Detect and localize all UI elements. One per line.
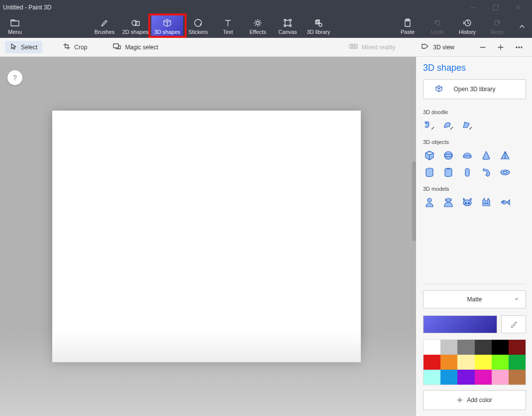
svg-rect-31 [465, 168, 469, 176]
man-model-tool[interactable] [423, 196, 436, 209]
window-controls [462, 0, 529, 15]
canvas-tab[interactable]: Canvas [273, 15, 303, 38]
color-swatch[interactable] [475, 370, 492, 385]
tool-label: Magic select [125, 44, 158, 51]
redo-icon [493, 18, 502, 27]
svg-point-34 [427, 198, 431, 202]
drawing-canvas[interactable] [52, 111, 361, 362]
cone-tool[interactable] [480, 149, 493, 162]
ellipsis-icon [515, 44, 523, 51]
capsule-tool[interactable] [461, 166, 474, 179]
undo-button[interactable]: Undo [423, 15, 452, 38]
sticker-icon [194, 18, 203, 27]
stickers-tab[interactable]: Stickers [183, 15, 213, 38]
color-swatch[interactable] [424, 370, 440, 385]
dog-model-tool[interactable] [461, 196, 474, 209]
color-swatch[interactable] [424, 355, 440, 370]
tube-tool[interactable] [442, 166, 455, 179]
eyedropper-button[interactable] [501, 315, 526, 333]
3d-library-tab[interactable]: 3D library [303, 15, 334, 38]
brushes-tab[interactable]: Brushes [90, 15, 119, 38]
color-swatch[interactable] [457, 355, 474, 370]
maximize-button[interactable] [484, 0, 507, 15]
color-swatch[interactable] [440, 340, 457, 355]
close-button[interactable] [507, 0, 529, 15]
tab-label: Redo [491, 29, 504, 35]
pyramid-tool[interactable] [499, 149, 512, 162]
tab-label: Brushes [95, 29, 114, 35]
svg-point-10 [319, 23, 322, 26]
open-3d-library-button[interactable]: Open 3D library [423, 79, 526, 99]
tool-label: 3D view [433, 44, 454, 51]
color-swatch[interactable] [457, 340, 474, 355]
cube-tool[interactable] [423, 149, 436, 162]
curved-cylinder-tool[interactable] [480, 166, 493, 179]
hemisphere-tool[interactable] [461, 149, 474, 162]
3d-view-button[interactable]: 3D view [416, 41, 459, 53]
zoom-in-button[interactable] [493, 42, 508, 53]
tab-label: History [459, 29, 476, 35]
crop-tool[interactable]: Crop [58, 41, 92, 53]
fish-model-tool[interactable] [499, 196, 512, 209]
help-button[interactable]: ? [7, 70, 22, 85]
select-tool[interactable]: Select [5, 41, 42, 53]
woman-model-tool[interactable] [442, 196, 455, 209]
doodle-tools [423, 119, 526, 132]
section-models-label: 3D models [423, 186, 526, 192]
tab-label: Paste [401, 29, 415, 35]
sphere-tool[interactable] [442, 149, 455, 162]
stage-scrollbar[interactable] [412, 161, 416, 241]
zoom-out-button[interactable] [475, 42, 490, 53]
canvas-stage[interactable]: ? [0, 57, 416, 416]
svg-point-33 [504, 171, 507, 173]
redo-button[interactable]: Redo [482, 15, 512, 38]
crop-icon [63, 43, 70, 51]
svg-point-36 [463, 200, 471, 206]
3d-shapes-tab[interactable]: 3D shapes [151, 15, 183, 38]
history-button[interactable]: History [452, 15, 482, 38]
side-panel: 3D shapes Open 3D library 3D doodle 3D o… [416, 57, 532, 416]
mixed-reality-button[interactable]: Mixed reality [344, 41, 400, 53]
color-swatch[interactable] [457, 370, 474, 385]
current-color-row [423, 315, 526, 333]
svg-point-35 [446, 198, 450, 202]
color-swatch[interactable] [475, 340, 492, 355]
color-swatch[interactable] [492, 370, 509, 385]
color-swatch[interactable] [492, 340, 509, 355]
svg-point-26 [444, 154, 452, 157]
tube-doodle-tool[interactable] [423, 119, 436, 132]
color-swatch[interactable] [440, 355, 457, 370]
magic-select-tool[interactable]: Magic select [108, 41, 163, 53]
color-swatch[interactable] [424, 340, 440, 355]
color-swatch[interactable] [509, 340, 526, 355]
soft-edge-doodle-tool[interactable] [442, 119, 455, 132]
color-palette [423, 339, 526, 385]
text-tab[interactable]: Text [213, 15, 243, 38]
color-swatch[interactable] [509, 355, 526, 370]
minimize-button[interactable] [462, 0, 484, 15]
cat-model-tool[interactable] [480, 196, 493, 209]
collapse-panel-button[interactable] [512, 15, 532, 38]
material-dropdown[interactable]: Matte [423, 290, 526, 308]
button-label: Add color [467, 397, 492, 404]
more-options-button[interactable] [511, 42, 527, 53]
svg-point-16 [351, 45, 353, 47]
menu-button[interactable]: Menu [0, 15, 30, 38]
current-color-swatch[interactable] [423, 315, 497, 333]
sharp-edge-doodle-tool[interactable] [461, 119, 474, 132]
ribbon: Menu Brushes 2D shapes 3D shapes Sticker… [0, 15, 532, 38]
svg-rect-1 [493, 5, 498, 10]
add-color-button[interactable]: Add color [423, 390, 526, 410]
2d-shapes-tab[interactable]: 2D shapes [119, 15, 151, 38]
effects-tab[interactable]: Effects [243, 15, 273, 38]
main: ? 3D shapes Open 3D library 3D doodle 3D… [0, 57, 532, 416]
color-swatch[interactable] [492, 355, 509, 370]
color-swatch[interactable] [475, 355, 492, 370]
color-swatch[interactable] [440, 370, 457, 385]
paste-button[interactable]: Paste [393, 15, 423, 38]
donut-tool[interactable] [499, 166, 512, 179]
cube-icon [163, 18, 172, 27]
color-swatch[interactable] [509, 370, 526, 385]
svg-point-38 [468, 203, 470, 204]
cylinder-tool[interactable] [423, 166, 436, 179]
